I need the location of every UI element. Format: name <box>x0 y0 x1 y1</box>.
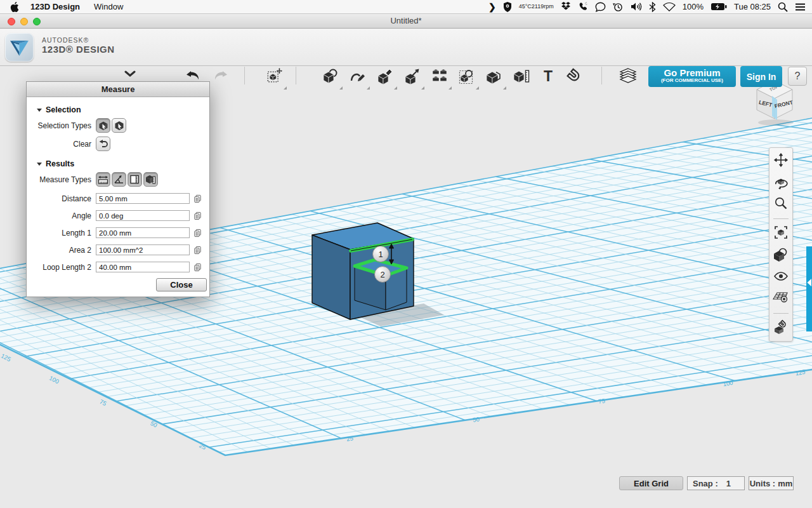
battery-charging-icon[interactable] <box>710 3 727 11</box>
grid-axis-label: 50 <box>472 415 480 424</box>
volume-icon[interactable] <box>631 2 642 11</box>
go-premium-sub: (FOR COMMERCIAL USE) <box>648 77 736 83</box>
help-button[interactable]: ? <box>788 67 807 86</box>
wifi-icon[interactable] <box>663 2 676 11</box>
sign-in-button[interactable]: Sign In <box>740 66 782 87</box>
main-menu-chevron[interactable] <box>124 70 136 77</box>
snap-toggle-button[interactable] <box>773 319 789 335</box>
edit-grid-label: Edit Grid <box>634 479 669 488</box>
copy-to-clipboard-icon[interactable] <box>193 211 202 220</box>
bluetooth-icon[interactable] <box>649 2 656 12</box>
apple-menu[interactable] <box>10 2 19 12</box>
chat-bubble-icon[interactable] <box>595 2 606 12</box>
measure-area-button[interactable] <box>128 172 142 187</box>
combine-caret[interactable] <box>503 86 506 90</box>
input-source-icon[interactable]: ❯ <box>488 2 496 12</box>
field-input[interactable] <box>96 262 190 272</box>
construct-tool-button[interactable] <box>377 67 393 85</box>
notification-center-icon[interactable] <box>795 3 806 11</box>
spotlight-search-icon[interactable] <box>778 2 788 12</box>
text-tool-button[interactable]: T <box>540 67 556 85</box>
window-title-bar: Untitled* <box>0 14 812 29</box>
svg-text:T: T <box>544 68 553 84</box>
pan-button[interactable] <box>773 152 789 168</box>
primitives-caret[interactable] <box>339 86 343 90</box>
measure-angle-button[interactable] <box>112 172 126 187</box>
field-input[interactable] <box>96 244 190 255</box>
combine-tool-button[interactable] <box>486 67 502 85</box>
measure-dialog[interactable]: Measure Selection Selection Types Clear … <box>26 81 210 297</box>
collapsed-panel-strip[interactable] <box>806 246 812 331</box>
primitives-tool-button[interactable] <box>322 67 339 85</box>
construct-caret[interactable] <box>394 86 397 90</box>
collapse-triangle-icon[interactable] <box>37 109 42 112</box>
close-button[interactable]: Close <box>156 278 207 291</box>
layers-button[interactable] <box>619 67 638 85</box>
copy-to-clipboard-icon[interactable] <box>193 246 202 255</box>
hide-show-button[interactable] <box>773 268 789 284</box>
copy-to-clipboard-icon[interactable] <box>193 194 202 203</box>
temp-fan-readout[interactable]: 45°C 2119rpm <box>519 4 554 10</box>
copy-to-clipboard-icon[interactable] <box>193 263 202 272</box>
orbit-button[interactable] <box>773 173 789 189</box>
snap-setting[interactable]: Snap : 1 <box>687 476 745 490</box>
window-title: Untitled* <box>0 16 812 25</box>
measure-distance-button[interactable] <box>96 172 110 187</box>
time-machine-icon[interactable] <box>613 2 624 12</box>
materials-button[interactable] <box>773 246 789 262</box>
measure-field-row: Distance <box>27 193 209 204</box>
phone-icon[interactable] <box>578 2 588 12</box>
pattern-caret[interactable] <box>449 86 452 90</box>
brand-line1: AUTODESK® <box>42 36 115 44</box>
copy-to-clipboard-icon[interactable] <box>193 229 202 237</box>
group-tool-button[interactable] <box>459 67 475 85</box>
results-section-header[interactable]: Results <box>37 159 209 168</box>
go-premium-button[interactable]: Go Premium (FOR COMMERCIAL USE) <box>648 66 736 87</box>
sketch-caret[interactable] <box>367 86 370 90</box>
field-input[interactable] <box>96 210 190 221</box>
results-section-label: Results <box>46 159 74 168</box>
field-input[interactable] <box>96 227 190 238</box>
toolbar-separator <box>244 67 245 84</box>
app-logo[interactable] <box>5 33 34 62</box>
measure-field-row: Length 1 <box>27 227 209 238</box>
move-tool-button[interactable] <box>266 67 283 85</box>
clear-selection-button[interactable] <box>96 137 110 151</box>
measure-volume-button[interactable] <box>143 172 158 187</box>
help-label: ? <box>795 70 801 82</box>
fit-button[interactable] <box>773 225 789 241</box>
location-shield-icon[interactable] <box>503 2 512 12</box>
marker-1[interactable]: 1 <box>373 246 389 262</box>
zoom-button[interactable] <box>773 196 789 211</box>
undo-button[interactable] <box>185 67 202 85</box>
adjust-caret[interactable] <box>421 86 424 90</box>
selection-section-header[interactable]: Selection <box>37 105 209 114</box>
menu-app-name[interactable]: 123D Design <box>30 2 80 11</box>
move-tool-caret[interactable] <box>284 86 287 90</box>
menu-clock[interactable]: Tue 08:25 <box>734 2 771 11</box>
adjust-tool-button[interactable] <box>404 67 421 85</box>
measure-tool-button[interactable] <box>513 67 530 85</box>
menu-window[interactable]: Window <box>94 2 123 11</box>
field-input[interactable] <box>96 193 190 204</box>
units-setting[interactable]: Units : mm <box>749 476 794 490</box>
sketch-tool-button[interactable] <box>350 67 366 85</box>
clear-row: Clear <box>27 137 209 151</box>
group-caret[interactable] <box>476 86 479 90</box>
grid-axis-label: 75 <box>598 397 605 405</box>
redo-button[interactable] <box>212 67 228 85</box>
edit-grid-button[interactable]: Edit Grid <box>619 476 683 490</box>
measure-dialog-title[interactable]: Measure <box>27 82 209 97</box>
pattern-tool-button[interactable] <box>431 67 448 85</box>
select-solid-button[interactable] <box>96 118 110 133</box>
collapse-triangle-icon[interactable] <box>37 163 42 166</box>
select-face-button[interactable] <box>112 118 126 133</box>
status-area: ❯ 45°C 2119rpm 100% <box>488 2 812 12</box>
battery-percent: 100% <box>683 2 704 11</box>
snap-tool-button[interactable] <box>566 67 583 85</box>
field-label: Loop Length 2 <box>27 263 91 272</box>
marker-2[interactable]: 2 <box>375 267 391 283</box>
grid-visibility-button[interactable] <box>773 290 789 305</box>
dropbox-icon[interactable] <box>561 2 571 11</box>
sign-in-label: Sign In <box>747 72 776 82</box>
